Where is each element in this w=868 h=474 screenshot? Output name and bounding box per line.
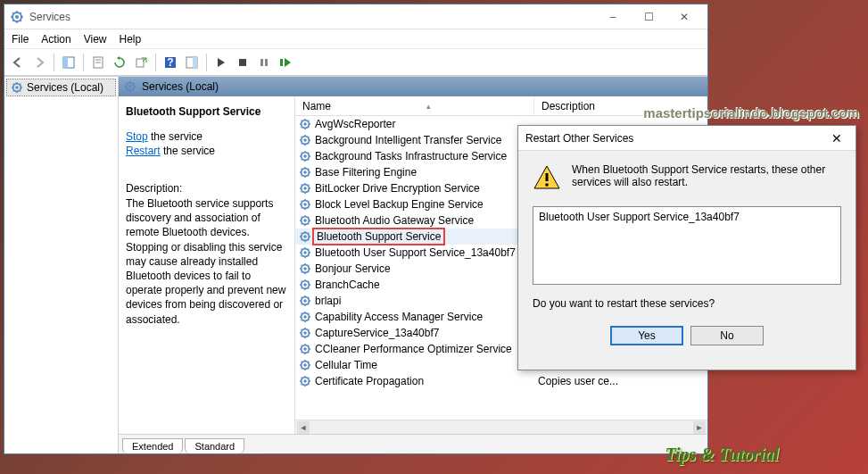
dialog-title: Restart Other Services	[525, 132, 825, 145]
maximize-button[interactable]: ☐	[631, 5, 666, 29]
gear-icon	[299, 198, 311, 211]
dialog-titlebar[interactable]: Restart Other Services ✕	[518, 126, 856, 151]
svg-rect-23	[260, 59, 263, 66]
tree-pane: Services (Local)	[4, 77, 119, 453]
service-name: Cellular Time	[315, 359, 377, 371]
show-hide-tree-button[interactable]	[59, 53, 79, 72]
service-name: Background Tasks Infrastructure Service	[315, 150, 507, 162]
stop-service-button[interactable]	[233, 53, 252, 72]
minimize-button[interactable]: –	[595, 5, 631, 29]
gear-icon	[299, 150, 311, 162]
service-name: Bonjour Service	[315, 262, 391, 275]
scroll-right-button[interactable]: ►	[693, 421, 706, 434]
gear-icon	[124, 80, 136, 93]
gear-icon	[299, 359, 311, 371]
yes-button[interactable]: Yes	[610, 326, 683, 345]
refresh-button[interactable]	[110, 53, 129, 72]
pane-header-title: Services (Local)	[142, 80, 219, 93]
svg-rect-25	[280, 59, 283, 66]
service-name: Capability Access Manager Service	[315, 311, 483, 323]
svg-rect-13	[63, 57, 68, 68]
service-row[interactable]: Certificate PropagationCopies user ce...	[295, 373, 707, 389]
export-button[interactable]	[131, 53, 151, 72]
pause-service-button[interactable]	[254, 53, 274, 72]
service-description: Copies user ce...	[534, 375, 707, 387]
selected-service-title: Bluetooth Support Service	[126, 105, 287, 118]
column-name[interactable]: Name▴	[295, 96, 534, 115]
svg-rect-21	[193, 57, 197, 68]
gear-icon	[299, 295, 311, 307]
no-button[interactable]: No	[690, 326, 764, 345]
svg-text:?: ?	[167, 56, 173, 69]
menu-help[interactable]: Help	[120, 33, 142, 46]
gear-icon	[299, 327, 311, 339]
service-name: CaptureService_13a40bf7	[315, 327, 439, 339]
action-pane-button[interactable]	[182, 53, 202, 72]
tab-standard[interactable]: Standard	[185, 438, 244, 453]
service-name: Bluetooth Support Service	[315, 230, 442, 243]
view-tabs: Extended Standard	[119, 434, 707, 453]
service-name: BitLocker Drive Encryption Service	[315, 182, 480, 195]
dialog-question: Do you want to restart these services?	[533, 297, 841, 310]
service-name: Bluetooth User Support Service_13a40bf7	[315, 246, 516, 259]
service-name: Background Intelligent Transfer Service	[315, 134, 501, 146]
gear-icon	[299, 230, 311, 243]
gear-icon	[299, 134, 311, 146]
gear-icon	[299, 343, 311, 355]
svg-rect-17	[136, 59, 144, 67]
dialog-message: When Bluetooth Support Service restarts,…	[572, 163, 841, 192]
menu-file[interactable]: File	[12, 33, 29, 46]
service-name: Certificate Propagation	[315, 375, 424, 387]
gear-icon	[299, 118, 311, 130]
stop-link[interactable]: Stop	[126, 130, 148, 143]
properties-button[interactable]	[88, 53, 108, 72]
menu-action[interactable]: Action	[41, 33, 70, 46]
service-name: CCleaner Performance Optimizer Service	[315, 343, 512, 355]
gear-icon	[299, 182, 311, 195]
description-label: Description:	[126, 182, 287, 195]
restart-service-button[interactable]	[276, 53, 295, 72]
service-name: Bluetooth Audio Gateway Service	[315, 214, 474, 227]
service-name: AvgWscReporter	[315, 118, 395, 130]
warning-icon	[533, 163, 561, 192]
app-icon	[10, 10, 24, 24]
gear-icon	[299, 375, 311, 387]
gear-icon	[11, 81, 23, 94]
help-button[interactable]: ?	[161, 53, 180, 72]
dialog-close-button[interactable]: ✕	[825, 129, 848, 148]
scroll-left-button[interactable]: ◄	[297, 421, 310, 434]
window-title: Services	[29, 11, 595, 23]
service-name: Block Level Backup Engine Service	[315, 198, 484, 211]
service-name: Base Filtering Engine	[315, 166, 417, 179]
tree-root-item[interactable]: Services (Local)	[6, 79, 116, 96]
detail-pane: Bluetooth Support Service Stop the servi…	[119, 96, 295, 434]
titlebar[interactable]: Services – ☐ ✕	[4, 4, 707, 29]
tree-root-label: Services (Local)	[27, 81, 103, 94]
svg-rect-24	[265, 59, 268, 66]
menubar: File Action View Help	[4, 29, 707, 49]
forward-button[interactable]	[29, 53, 49, 72]
gear-icon	[299, 246, 311, 259]
tab-extended[interactable]: Extended	[122, 438, 183, 453]
service-name: brlapi	[315, 295, 341, 307]
dependent-services-list[interactable]: Bluetooth User Support Service_13a40bf7	[533, 206, 841, 285]
service-name: BranchCache	[315, 279, 380, 291]
close-button[interactable]: ✕	[666, 5, 702, 29]
gear-icon	[299, 166, 311, 179]
gear-icon	[299, 279, 311, 291]
restart-link[interactable]: Restart	[126, 145, 161, 157]
toolbar: ?	[4, 49, 707, 76]
gear-icon	[299, 262, 311, 275]
list-item[interactable]: Bluetooth User Support Service_13a40bf7	[539, 211, 835, 223]
gear-icon	[299, 311, 311, 323]
site-logo: Tips & Tutorial	[665, 445, 779, 465]
restart-dialog: Restart Other Services ✕ When Bluetooth …	[517, 125, 856, 370]
gear-icon	[299, 214, 311, 227]
horizontal-scrollbar[interactable]: ◄ ►	[295, 420, 707, 434]
watermark: mastertipsorialindo.blogspot.com	[643, 105, 859, 121]
start-service-button[interactable]	[211, 53, 231, 72]
description-text: The Bluetooth service supports discovery…	[126, 196, 287, 327]
svg-rect-22	[239, 59, 246, 66]
back-button[interactable]	[8, 53, 28, 72]
menu-view[interactable]: View	[84, 33, 107, 46]
